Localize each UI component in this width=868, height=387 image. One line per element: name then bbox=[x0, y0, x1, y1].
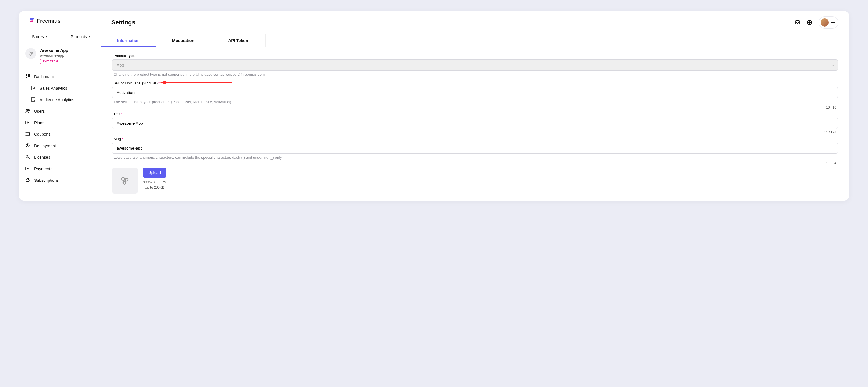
counter-selling-unit: 10 / 16 bbox=[826, 106, 836, 109]
hamburger-icon bbox=[831, 21, 835, 24]
svg-point-15 bbox=[26, 155, 28, 157]
svg-rect-5 bbox=[26, 77, 27, 78]
field-selling-unit: Selling Unit Label (Singular) * The sell… bbox=[112, 81, 838, 104]
title-input[interactable] bbox=[112, 117, 838, 129]
tab-moderation[interactable]: Moderation bbox=[156, 34, 211, 46]
chevron-down-icon: ▾ bbox=[89, 35, 90, 38]
user-menu[interactable] bbox=[818, 16, 838, 29]
nav-deployment[interactable]: Deployment bbox=[19, 140, 101, 151]
plus-circle-icon bbox=[807, 20, 812, 25]
freemius-logo-icon bbox=[30, 17, 35, 24]
main-area: Settings Information Moderation API Toke… bbox=[101, 11, 849, 201]
ticket-icon bbox=[25, 132, 30, 137]
chart-icon bbox=[31, 85, 36, 91]
svg-point-9 bbox=[26, 109, 28, 111]
svg-point-10 bbox=[28, 110, 30, 111]
field-product-type: Product Type ▾ Changing the product type… bbox=[112, 54, 838, 76]
nav-licenses[interactable]: Licenses bbox=[19, 151, 101, 163]
dashboard-icon bbox=[25, 74, 30, 79]
app-placeholder-icon bbox=[119, 175, 130, 186]
team-name: Awesome App bbox=[40, 48, 68, 52]
selling-unit-input[interactable] bbox=[112, 87, 838, 98]
app-shell: Freemius Stores ▾ Products ▾ Awesome App bbox=[19, 11, 849, 201]
counter-slug: 11 / 64 bbox=[826, 161, 836, 165]
logo-text: Freemius bbox=[37, 18, 61, 24]
exit-team-button[interactable]: EXIT TEAM bbox=[40, 59, 60, 64]
money-icon: $ bbox=[25, 120, 30, 125]
upload-note: 300px X 300px Up to 200KB bbox=[143, 180, 166, 190]
card-icon bbox=[25, 166, 30, 171]
label-slug: Slug * bbox=[112, 137, 838, 143]
field-slug: Slug * Lowercase alphanumeric characters… bbox=[112, 137, 838, 160]
sidebar: Freemius Stores ▾ Products ▾ Awesome App bbox=[19, 11, 101, 201]
nav-payments[interactable]: Payments bbox=[19, 163, 101, 174]
svg-text:$: $ bbox=[27, 122, 28, 124]
key-icon bbox=[25, 154, 30, 160]
svg-rect-6 bbox=[28, 78, 30, 78]
slug-input[interactable] bbox=[112, 143, 838, 154]
counter-title: 11 / 128 bbox=[824, 131, 836, 134]
refresh-icon bbox=[25, 178, 30, 182]
nav-users[interactable]: Users bbox=[19, 105, 101, 117]
app-placeholder-icon bbox=[28, 50, 34, 57]
label-product-type: Product Type bbox=[112, 54, 838, 60]
upload-button[interactable]: Upload bbox=[143, 168, 166, 178]
form-area: Product Type ▾ Changing the product type… bbox=[101, 47, 849, 201]
nav-coupons[interactable]: Coupons bbox=[19, 128, 101, 140]
label-title: Title * bbox=[112, 112, 838, 117]
rocket-icon bbox=[25, 143, 30, 148]
product-image-thumbnail bbox=[112, 168, 138, 194]
team-card: Awesome App awesome-app EXIT TEAM bbox=[19, 43, 101, 69]
help-selling-unit: The selling unit of your product (e.g. S… bbox=[112, 98, 838, 104]
tabs: Information Moderation API Token bbox=[101, 34, 849, 47]
chart-bar-icon bbox=[31, 97, 36, 102]
tab-api-token[interactable]: API Token bbox=[211, 34, 266, 46]
nav-plans[interactable]: $ Plans bbox=[19, 117, 101, 128]
svg-point-14 bbox=[27, 145, 28, 145]
add-button[interactable] bbox=[807, 20, 812, 26]
team-slug: awesome-app bbox=[40, 53, 68, 58]
svg-rect-3 bbox=[26, 74, 27, 76]
sub-nav: Stores ▾ Products ▾ bbox=[19, 30, 101, 43]
logo[interactable]: Freemius bbox=[19, 11, 101, 30]
label-selling-unit: Selling Unit Label (Singular) * bbox=[112, 81, 838, 87]
nav-subscriptions[interactable]: Subscriptions bbox=[19, 174, 101, 186]
upload-row: Upload 300px X 300px Up to 200KB bbox=[112, 168, 838, 194]
topbar: Settings bbox=[101, 11, 849, 34]
field-title: Title * 11 / 128 bbox=[112, 112, 838, 129]
nav-dashboard[interactable]: Dashboard bbox=[19, 71, 101, 82]
help-product-type: Changing the product type is not support… bbox=[112, 71, 838, 76]
chevron-down-icon: ▾ bbox=[45, 35, 47, 38]
team-avatar bbox=[25, 48, 36, 59]
inbox-icon bbox=[795, 20, 800, 25]
page-title: Settings bbox=[112, 19, 135, 26]
help-slug: Lowercase alphanumeric characters, can i… bbox=[112, 154, 838, 160]
nav-audience-analytics[interactable]: Audience Analytics bbox=[19, 94, 101, 105]
main-nav: Dashboard Sales Analytics Audience Analy… bbox=[19, 69, 101, 186]
users-icon bbox=[25, 109, 30, 113]
svg-rect-4 bbox=[28, 74, 30, 77]
stores-dropdown[interactable]: Stores ▾ bbox=[19, 30, 60, 43]
product-type-select bbox=[112, 60, 838, 71]
nav-sales-analytics[interactable]: Sales Analytics bbox=[19, 82, 101, 94]
avatar bbox=[820, 19, 829, 27]
tab-information[interactable]: Information bbox=[101, 34, 156, 46]
svg-point-17 bbox=[27, 168, 28, 169]
notifications-button[interactable] bbox=[795, 20, 801, 26]
products-dropdown[interactable]: Products ▾ bbox=[60, 30, 101, 43]
